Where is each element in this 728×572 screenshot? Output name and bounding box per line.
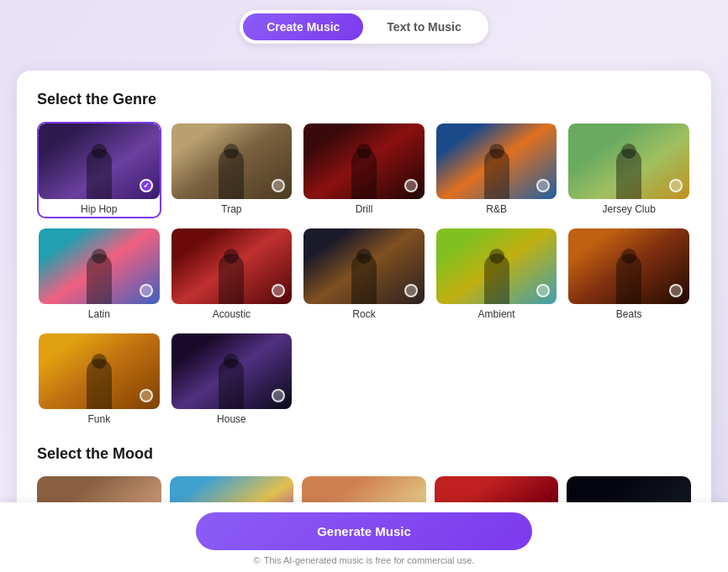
genre-radio-beats <box>669 284 683 297</box>
genre-radio-trap <box>272 179 285 192</box>
genre-item-drill[interactable]: Drill <box>302 122 426 218</box>
genre-item-trap[interactable]: Trap <box>170 122 294 218</box>
genre-title: Select the Genre <box>37 91 691 108</box>
tab-text-to-music[interactable]: Text to Music <box>363 13 484 40</box>
genre-radio-rock <box>404 284 418 297</box>
genre-radio-jerseyclub <box>669 179 683 192</box>
copyright-text: This AI-generated music is free for comm… <box>264 555 475 565</box>
genre-label-rock: Rock <box>303 304 425 322</box>
genre-label-rnb: R&B <box>436 199 557 217</box>
mood-title: Select the Mood <box>37 445 691 463</box>
genre-label-house: House <box>171 409 293 427</box>
genre-item-funk[interactable]: Funk <box>37 332 161 428</box>
genre-section: Select the Genre Hip Hop Trap <box>37 91 691 428</box>
genre-radio-house <box>272 389 285 402</box>
genre-label-funk: Funk <box>39 409 160 427</box>
genre-item-jerseyclub[interactable]: Jersey Club <box>567 122 691 218</box>
genre-label-latin: Latin <box>39 304 160 322</box>
genre-label-drill: Drill <box>303 199 425 217</box>
generate-button[interactable]: Generate Music <box>196 512 532 550</box>
genre-item-house[interactable]: House <box>170 332 294 428</box>
genre-radio-rnb <box>536 179 550 192</box>
genre-item-rnb[interactable]: R&B <box>435 122 559 218</box>
copyright-row: © This AI-generated music is free for co… <box>254 555 475 565</box>
genre-radio-latin <box>140 284 153 297</box>
genre-item-acoustic[interactable]: Acoustic <box>170 227 294 323</box>
genre-item-rock[interactable]: Rock <box>302 227 426 323</box>
copyright-icon: © <box>254 555 261 565</box>
tab-create-music[interactable]: Create Music <box>243 13 363 40</box>
genre-label-hiphop: Hip Hop <box>39 199 160 217</box>
genre-label-ambient: Ambient <box>436 304 557 322</box>
genre-radio-drill <box>404 179 418 192</box>
genre-item-hiphop[interactable]: Hip Hop <box>37 122 161 218</box>
genre-label-jerseyclub: Jersey Club <box>568 199 689 217</box>
genre-radio-ambient <box>536 284 550 297</box>
genre-radio-funk <box>140 389 153 402</box>
genre-label-trap: Trap <box>171 199 293 217</box>
genre-grid: Hip Hop Trap Drill <box>37 122 691 428</box>
main-card: Select the Genre Hip Hop Trap <box>17 71 711 559</box>
tab-bar: Create Music Text to Music <box>240 10 488 44</box>
genre-radio-acoustic <box>272 284 285 297</box>
genre-item-beats[interactable]: Beats <box>567 227 691 323</box>
genre-radio-hiphop <box>140 179 153 192</box>
genre-item-ambient[interactable]: Ambient <box>435 227 559 323</box>
genre-item-latin[interactable]: Latin <box>37 227 161 323</box>
genre-label-acoustic: Acoustic <box>171 304 293 322</box>
bottom-bar: Generate Music © This AI-generated music… <box>0 502 728 572</box>
genre-label-beats: Beats <box>568 304 689 322</box>
